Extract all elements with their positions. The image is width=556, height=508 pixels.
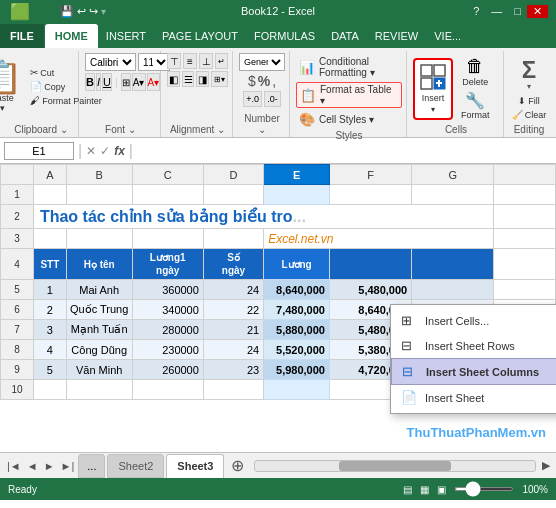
align-left-button[interactable]: ◧ (167, 71, 180, 87)
styles-group-label: Styles (296, 130, 402, 141)
undo-icon[interactable]: ↩ (77, 5, 86, 18)
clear-button[interactable]: 🧹 Clear (510, 109, 549, 121)
number-format-select[interactable]: General (239, 53, 285, 71)
window-title: Book12 - Excel (241, 5, 315, 17)
merge-button[interactable]: ⊞▾ (211, 71, 228, 87)
editing-group-label: Editing (514, 124, 545, 135)
sheet-nav-next[interactable]: ► (41, 460, 58, 472)
sheet-tab-ellipsis[interactable]: ... (78, 454, 105, 478)
formula-input[interactable] (137, 142, 552, 160)
close-button[interactable]: ✕ (527, 5, 548, 18)
zoom-slider[interactable] (454, 487, 514, 491)
col-header-c[interactable]: C (132, 165, 203, 185)
cells-group-label: Cells (413, 124, 499, 135)
table-row: 1 (1, 185, 556, 205)
page-view-btn[interactable]: ▤ (403, 484, 412, 495)
number-group-label: Number ⌄ (239, 113, 285, 135)
svg-rect-1 (434, 65, 445, 76)
col-header-more[interactable] (494, 165, 556, 185)
table-row: 4 STT Họ tên Lương1ngày Sốngày Lương (1, 249, 556, 280)
wrap-text-button[interactable]: ↵ (215, 53, 228, 69)
insert-sheet-rows-option[interactable]: ⊟ Insert Sheet Rows (391, 333, 556, 358)
number-group: General $ % , +.0 .0- Number ⌄ (235, 51, 290, 137)
format-as-table-button[interactable]: 📋 Format as Table ▾ (296, 82, 402, 108)
status-text: Ready (8, 484, 37, 495)
align-top-button[interactable]: ⊤ (167, 53, 181, 69)
sheet-nav-last[interactable]: ►| (58, 460, 78, 472)
fill-color-button[interactable]: A▾ (132, 73, 146, 91)
currency-icon: $ (248, 73, 256, 89)
tab-data[interactable]: DATA (323, 24, 367, 48)
page-break-btn[interactable]: ▣ (437, 484, 446, 495)
conditional-formatting-button[interactable]: 📊 Conditional Formatting ▾ (296, 55, 402, 79)
fill-button[interactable]: ⬇ Fill (516, 95, 542, 107)
svg-rect-0 (421, 65, 432, 76)
insert-function-icon[interactable]: fx (114, 144, 125, 158)
insert-dropdown-menu: ⊞ Insert Cells... ⊟ Insert Sheet Rows ⊟ … (390, 304, 556, 414)
align-bottom-button[interactable]: ⊥ (199, 53, 213, 69)
insert-sheet-option[interactable]: 📄 Insert Sheet (391, 385, 556, 410)
align-center-button[interactable]: ☰ (182, 71, 195, 87)
svg-rect-2 (421, 78, 432, 89)
font-family-select[interactable]: Calibri (85, 53, 136, 71)
font-group: Calibri 11 B I U | ⊞ A▾ A▾ Font ⌄ (81, 51, 161, 137)
sheet-tab-sheet3[interactable]: Sheet3 (166, 454, 224, 478)
increase-decimal-button[interactable]: +.0 (243, 91, 262, 107)
insert-cells-option[interactable]: ⊞ Insert Cells... (391, 308, 556, 333)
redo-icon[interactable]: ↪ (89, 5, 98, 18)
add-sheet-button[interactable]: ⊕ (225, 456, 250, 475)
align-middle-button[interactable]: ≡ (183, 53, 197, 69)
bold-button[interactable]: B (85, 73, 95, 91)
editing-group: Σ ▾ ⬇ Fill 🧹 Clear Editing (506, 51, 552, 137)
table-row: 5 1 Mai Anh 360000 24 8,640,000 5,480,00… (1, 280, 556, 300)
insert-cells-button[interactable]: Insert ▾ (413, 58, 453, 120)
sheet-nav-first[interactable]: |◄ (4, 460, 24, 472)
col-header-f[interactable]: F (329, 165, 411, 185)
col-header-g[interactable]: G (412, 165, 494, 185)
percent-icon: % (258, 73, 270, 89)
sheet-nav-prev[interactable]: ◄ (24, 460, 41, 472)
align-right-button[interactable]: ◨ (196, 71, 209, 87)
save-icon[interactable]: 💾 (60, 5, 74, 18)
tab-pagelayout[interactable]: PAGE LAYOUT (154, 24, 246, 48)
row-col-header (1, 165, 34, 185)
tab-formulas[interactable]: FORMULAS (246, 24, 323, 48)
cell-styles-button[interactable]: 🎨 Cell Styles ▾ (296, 111, 402, 128)
autosum-button[interactable]: Σ ▾ (518, 56, 540, 93)
formula-bar-separator: | (129, 142, 133, 160)
font-group-label: Font ⌄ (85, 124, 156, 135)
cancel-formula-icon[interactable]: ✕ (86, 144, 96, 158)
tab-file[interactable]: FILE (0, 24, 44, 48)
tab-review[interactable]: REVIEW (367, 24, 426, 48)
minimize-button[interactable]: — (485, 5, 508, 17)
confirm-formula-icon[interactable]: ✓ (100, 144, 110, 158)
maximize-button[interactable]: □ (508, 5, 527, 17)
clipboard-group: 📋 Paste ▾ ✂ Cut 📄 Copy 🖌 Format Painter … (4, 51, 79, 137)
paste-button[interactable]: 📋 Paste ▾ (0, 59, 26, 115)
formula-icons: ✕ ✓ fx (86, 144, 125, 158)
insert-sheet-columns-option[interactable]: ⊟ Insert Sheet Columns (391, 358, 556, 385)
col-header-d[interactable]: D (203, 165, 263, 185)
italic-button[interactable]: I (96, 73, 101, 91)
col-header-e[interactable]: E (264, 165, 330, 185)
format-cells-button[interactable]: 🔧 Format (457, 92, 494, 120)
border-button[interactable]: ⊞ (121, 73, 131, 91)
col-header-a[interactable]: A (33, 165, 66, 185)
name-box[interactable] (4, 142, 74, 160)
help-button[interactable]: ? (467, 5, 485, 17)
tab-home[interactable]: HOME (45, 24, 98, 48)
underline-button[interactable]: U (102, 73, 112, 91)
comma-icon: , (272, 73, 276, 89)
sheet-tab-sheet2[interactable]: Sheet2 (107, 454, 164, 478)
watermark: ThuThuatPhanMem.vn (407, 425, 546, 440)
layout-view-btn[interactable]: ▦ (420, 484, 429, 495)
scrollbar-right-btn[interactable]: ▶ (540, 459, 552, 472)
decrease-decimal-button[interactable]: .0- (264, 91, 281, 107)
tab-view[interactable]: VIE... (426, 24, 469, 48)
delete-cells-button[interactable]: 🗑 Delete (458, 58, 492, 86)
col-header-b[interactable]: B (66, 165, 132, 185)
cells-group: Insert ▾ 🗑 Delete 🔧 Format Cells (409, 51, 504, 137)
font-color-button[interactable]: A▾ (147, 73, 161, 91)
formula-bar-divider: | (78, 142, 82, 160)
tab-insert[interactable]: INSERT (98, 24, 154, 48)
